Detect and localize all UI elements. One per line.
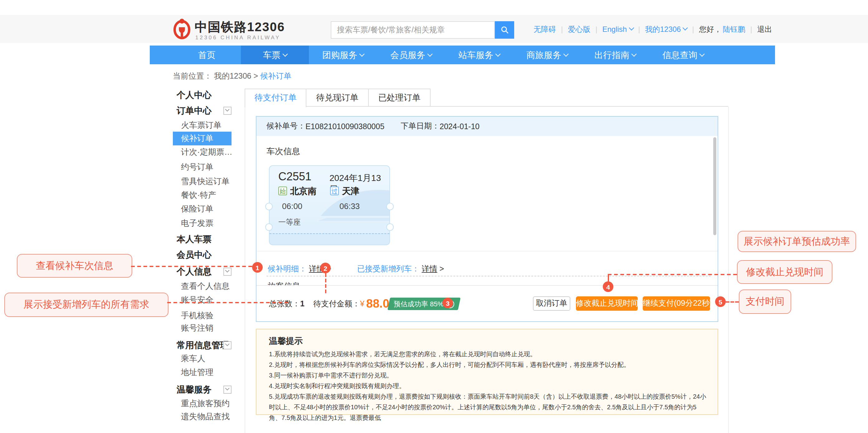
collapse-icon[interactable] [223,385,231,394]
tips-item: 1.系统将持续尝试为您兑现候补需求，若无满足您需求的席位，将在截止兑现时间自动终… [269,349,708,360]
origin-tag-badge: 始 [278,187,287,195]
divider: | [561,25,563,34]
modify-deadline-button[interactable]: 修改截止兑现时间 [576,297,638,311]
sidebar-item-reservation-orders[interactable]: 约号订单 [173,160,243,174]
search-input[interactable] [331,21,495,39]
continue-payment-button[interactable]: 继续支付(09分22秒) [643,297,710,311]
order-summary: 总张数： 1 待支付金额： ¥ 88.0 [269,297,390,311]
sidebar-item-lost-items[interactable]: 遗失物品查找 [173,410,243,423]
tips-item: 3.同一候补购票订单中需求不进行部分兑现。 [269,370,708,380]
tips-item: 2.兑现时，将根据您所候补列车的席位实际情况予以分配，多人出行时，可能分配到不同… [269,360,708,370]
link-english[interactable]: English [602,25,633,34]
sidebar-item-pass-tickets[interactable]: 计次·定期票… [173,145,243,158]
tab-pending-fulfillment[interactable]: 待兑现订单 [306,89,369,106]
annotation-marker-2: 2 [320,263,331,273]
nav-business[interactable]: 商旅服务 [513,45,581,64]
order-date-value: 2024-01-10 [440,122,479,131]
chevron-down-icon [427,52,432,57]
nav-info-query[interactable]: 信息查询 [649,45,717,64]
card-scrollbar-thumb[interactable] [713,137,716,235]
annotation-box-success-rate: 展示候补订单预估成功率 [738,231,856,252]
cancel-order-button[interactable]: 取消订单 [533,297,570,311]
breadcrumb-root: 我的12306 [214,72,251,81]
top-links: 无障碍 | 爱心版 | English | 我的12306 | 您好， 陆钰鹏 … [533,24,772,34]
train-code: C2551 [278,170,311,183]
sidebar-item-passengers[interactable]: 乘车人 [173,352,243,365]
divider: | [595,25,597,34]
sidebar-item-key-passenger[interactable]: 重点旅客预约 [173,397,243,410]
link-accessible[interactable]: 无障碍 [533,24,556,35]
annotation-marker-1: 1 [252,262,263,273]
sidebar-item-dining[interactable]: 餐饮·特产 [173,188,243,202]
sidebar-item-personal-center[interactable]: 个人中心 [173,89,239,102]
ticket-notch [386,223,394,231]
sidebar-item-my-tickets[interactable]: 本人车票 [173,233,239,246]
greeting-text: 您好， [699,24,721,35]
chevron-down-icon [683,25,688,30]
chevron-down-icon [629,25,634,31]
sidebar-item-waitlist-orders[interactable]: 候补订单 [173,132,231,145]
link-my12306[interactable]: 我的12306 [645,24,687,35]
total-label: 总张数： [269,299,300,309]
12306-railway-logo-icon [172,18,192,39]
accepted-trains-label: 已接受新增列车： [357,265,420,273]
amount-label: 待支付金额： [313,299,360,309]
sidebar-item-ski-express-orders[interactable]: 雪具快运订单 [173,175,243,188]
destination-station: 天津 [342,186,360,197]
nav-member[interactable]: 会员服务 [377,45,445,64]
order-card-header: 候补单号： E10821010090380005 下单日期： 2024-01-1… [256,117,718,136]
waitlist-detail-label: 候补明细： [268,265,307,273]
chevron-down-icon [282,52,288,57]
breadcrumb-current[interactable]: 候补订单 [260,72,291,81]
train-section-title: 车次信息 [267,146,300,157]
annotation-line [131,266,252,267]
nav-tickets[interactable]: 车票 [241,45,309,64]
collapse-icon[interactable] [223,107,231,115]
breadcrumb-prefix: 当前位置： [173,72,212,81]
chevron-down-icon [631,52,637,57]
sidebar-item-account-cancel[interactable]: 账号注销 [173,321,243,334]
origin-station: 北京南 [290,186,316,197]
annotation-marker-5: 5 [715,297,726,307]
nav-station[interactable]: 站车服务 [445,45,513,64]
accepted-trains-link[interactable]: 详情 [422,265,437,273]
sidebar-item-view-personal-info[interactable]: 查看个人信息 [173,280,243,292]
success-rate-text: 预估成功率 85% [394,299,444,309]
nav-travel-guide[interactable]: 出行指南 [581,45,649,64]
search-button[interactable] [495,21,514,39]
sidebar-item-member-center[interactable]: 会员中心 [173,248,239,261]
annotation-marker-3: 3 [442,298,453,308]
currency-symbol: ¥ [360,300,365,308]
collapse-icon[interactable] [223,268,231,276]
order-no-label: 候补单号： [267,121,306,132]
sidebar-item-phone-verify[interactable]: 手机核验 [173,309,243,322]
ticket-stub [270,233,390,245]
divider: | [638,25,640,34]
tab-processed[interactable]: 已处理订单 [369,89,431,106]
pass-tag-badge: 过 [330,187,339,195]
search-area [331,21,514,39]
tab-pending-payment[interactable]: 待支付订单 [245,89,306,107]
sidebar-item-e-invoice[interactable]: 电子发票 [173,216,243,229]
departure-time: 06:00 [282,202,302,211]
username-link[interactable]: 陆钰鹏 [723,24,745,35]
ticket-notch [265,203,273,210]
sidebar-item-insurance-orders[interactable]: 保险订单 [173,202,243,215]
sidebar-item-account-security[interactable]: 账号安全 [173,293,243,306]
tab-row-border [306,106,728,107]
sidebar-item-address[interactable]: 地址管理 [173,366,243,379]
sidebar-item-train-orders[interactable]: 火车票订单 [173,119,243,132]
section-divider [257,251,718,251]
annotation-marker-4: 4 [603,281,613,292]
logout-link[interactable]: 退出 [757,24,772,35]
tips-item: 5.兑现成功车票的退改签规则按既有规则办理，退票费按如下规则核收：票面乘车站开车… [269,391,708,423]
nav-group-buy[interactable]: 团购服务 [309,45,377,64]
chevron-down-icon [359,52,365,57]
tips-item: 4.兑现时实名制和行程冲突规则按既有规则办理。 [269,380,708,391]
panel-border-right [728,107,729,433]
nav-home[interactable]: 首页 [173,45,241,64]
link-care-version[interactable]: 爱心版 [568,24,590,35]
collapse-icon[interactable] [223,341,231,349]
annotation-line [167,302,288,303]
annotation-box-payment-time: 支付时间 [739,289,791,314]
